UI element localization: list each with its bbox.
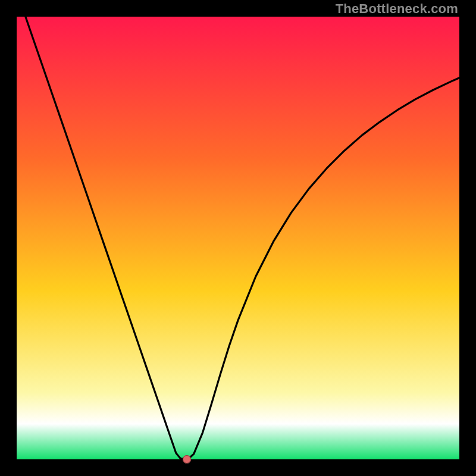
watermark: TheBottleneck.com — [336, 1, 458, 17]
bottleneck-curve — [17, 17, 459, 459]
optimum-marker — [183, 455, 191, 464]
chart-frame — [17, 17, 459, 459]
